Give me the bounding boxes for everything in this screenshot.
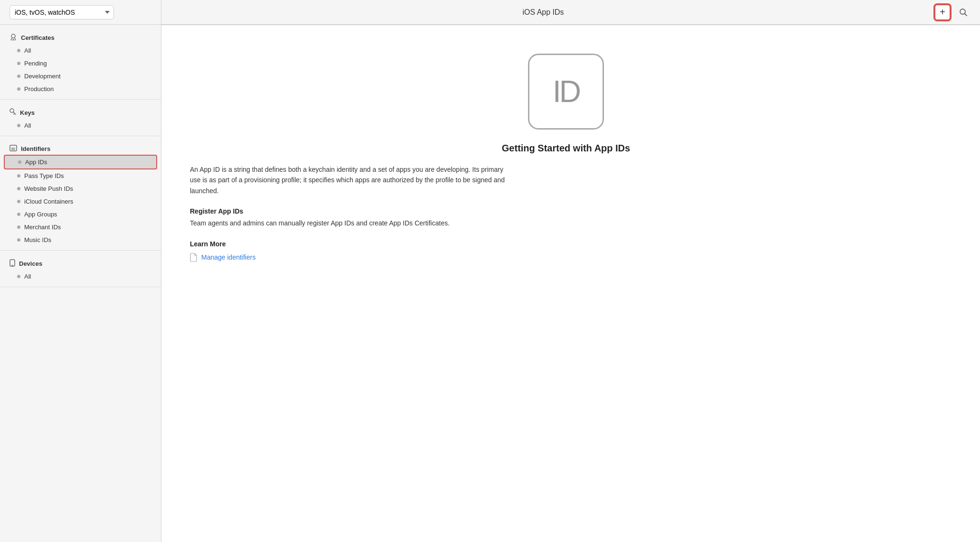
dot-icon <box>18 160 21 164</box>
learn-more-title: Learn More <box>190 240 942 248</box>
devices-icon <box>9 259 15 268</box>
app-groups-label: App Groups <box>24 211 57 218</box>
content-icon-container: ID <box>190 54 942 130</box>
sidebar-item-cert-all[interactable]: All <box>0 44 161 57</box>
dot-icon <box>17 75 20 78</box>
top-actions: + <box>925 4 980 20</box>
learn-more-link-row: Manage identifiers <box>190 252 942 262</box>
dot-icon <box>17 62 20 65</box>
dot-icon <box>17 87 20 91</box>
merchant-ids-label: Merchant IDs <box>24 224 61 231</box>
document-icon <box>190 252 198 262</box>
keys-label: Keys <box>20 109 35 116</box>
certificates-label: Certificates <box>21 34 55 41</box>
content-description: An App ID is a string that defines both … <box>190 164 513 196</box>
keys-header: Keys <box>0 105 161 119</box>
certificates-icon <box>9 33 17 42</box>
dot-icon <box>17 174 20 178</box>
content-title: Getting Started with App IDs <box>190 143 942 154</box>
sidebar-item-app-ids[interactable]: App IDs <box>4 155 157 169</box>
keys-all-label: All <box>24 122 31 129</box>
cert-development-label: Development <box>24 73 61 80</box>
manage-identifiers-link[interactable]: Manage identifiers <box>201 253 255 261</box>
sidebar: Certificates All Pending Development Pro… <box>0 25 161 542</box>
identifiers-section: ID Identifiers App IDs Pass Type IDs Web… <box>0 136 161 251</box>
dot-icon <box>17 238 20 242</box>
sidebar-item-keys-all[interactable]: All <box>0 119 161 132</box>
dot-icon <box>17 275 20 278</box>
sidebar-item-cert-pending[interactable]: Pending <box>0 57 161 70</box>
id-icon-box: ID <box>528 54 604 130</box>
devices-section: Devices All <box>0 251 161 287</box>
sidebar-item-devices-all[interactable]: All <box>0 270 161 283</box>
register-section-text: Team agents and admins can manually regi… <box>190 218 513 228</box>
certificates-header: Certificates <box>0 30 161 44</box>
svg-point-2 <box>11 34 15 38</box>
platform-selector-container: iOS, tvOS, watchOS macOS tvOS <box>0 0 161 24</box>
dot-icon <box>17 187 20 190</box>
svg-text:ID: ID <box>11 147 15 151</box>
main-layout: Certificates All Pending Development Pro… <box>0 25 980 542</box>
sidebar-item-merchant-ids[interactable]: Merchant IDs <box>0 221 161 234</box>
main-content: ID Getting Started with App IDs An App I… <box>161 25 980 542</box>
search-icon <box>959 8 968 17</box>
devices-label: Devices <box>19 260 42 267</box>
learn-more-section: Learn More Manage identifiers <box>190 240 942 262</box>
pass-type-ids-label: Pass Type IDs <box>24 172 64 179</box>
keys-icon <box>9 108 16 117</box>
identifiers-header: ID Identifiers <box>0 142 161 155</box>
sidebar-item-cert-development[interactable]: Development <box>0 70 161 83</box>
register-section-title: Register App IDs <box>190 207 942 215</box>
app-ids-label: App IDs <box>25 159 47 166</box>
platform-dropdown[interactable]: iOS, tvOS, watchOS macOS tvOS <box>9 5 114 19</box>
sidebar-item-icloud-containers[interactable]: iCloud Containers <box>0 195 161 208</box>
search-button[interactable] <box>956 5 971 19</box>
id-icon-text: ID <box>553 74 579 109</box>
certificates-section: Certificates All Pending Development Pro… <box>0 25 161 100</box>
sidebar-item-app-groups[interactable]: App Groups <box>0 208 161 221</box>
devices-header: Devices <box>0 256 161 270</box>
top-bar: iOS, tvOS, watchOS macOS tvOS iOS App ID… <box>0 0 980 25</box>
icloud-containers-label: iCloud Containers <box>24 198 73 205</box>
dot-icon <box>17 124 20 127</box>
sidebar-item-cert-production[interactable]: Production <box>0 83 161 95</box>
cert-pending-label: Pending <box>24 60 47 67</box>
identifiers-icon: ID <box>9 145 17 153</box>
identifiers-label: Identifiers <box>21 145 50 152</box>
dot-icon <box>17 49 20 52</box>
dot-icon <box>17 213 20 216</box>
cert-production-label: Production <box>24 85 54 93</box>
page-title: iOS App IDs <box>161 8 925 17</box>
svg-line-1 <box>965 13 967 16</box>
sidebar-item-website-push-ids[interactable]: Website Push IDs <box>0 182 161 195</box>
dot-icon <box>17 200 20 203</box>
add-button[interactable]: + <box>934 4 951 20</box>
sidebar-item-music-ids[interactable]: Music IDs <box>0 234 161 246</box>
website-push-ids-label: Website Push IDs <box>24 185 73 192</box>
devices-all-label: All <box>24 273 31 280</box>
cert-all-label: All <box>24 47 31 54</box>
music-ids-label: Music IDs <box>24 236 51 243</box>
keys-section: Keys All <box>0 100 161 136</box>
dot-icon <box>17 225 20 229</box>
sidebar-item-pass-type-ids[interactable]: Pass Type IDs <box>0 169 161 182</box>
